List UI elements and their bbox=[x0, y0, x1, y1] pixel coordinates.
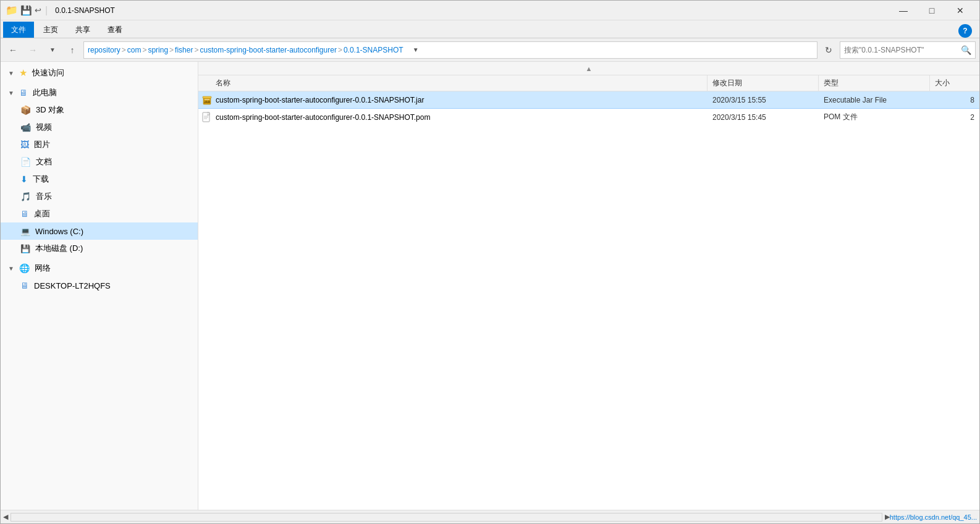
c-drive-icon: 💻 bbox=[20, 227, 30, 236]
expand-arrow-quick-access: ▼ bbox=[8, 70, 14, 77]
col-header-type[interactable]: 类型 bbox=[819, 75, 930, 91]
column-header: 名称 修改日期 类型 大小 bbox=[198, 75, 979, 91]
pom-file-name: custom-spring-boot-starter-autoconfigure… bbox=[216, 113, 708, 122]
video-icon: 📹 bbox=[20, 122, 31, 132]
scroll-left-btn[interactable]: ◀ bbox=[3, 513, 8, 521]
search-input[interactable] bbox=[844, 46, 961, 54]
table-row[interactable]: custom-spring-boot-starter-autoconfigure… bbox=[198, 109, 979, 126]
jar-file-date: 2020/3/15 15:55 bbox=[708, 96, 819, 104]
sidebar-3d-label: 3D 对象 bbox=[36, 104, 64, 116]
expand-arrow-this-pc: ▼ bbox=[8, 90, 14, 96]
sidebar-item-music[interactable]: 🎵 音乐 bbox=[1, 188, 198, 205]
refresh-button[interactable]: ↻ bbox=[820, 41, 837, 59]
sidebar-desktop-lt2hqfs-label: DESKTOP-LT2HQFS bbox=[34, 281, 111, 290]
pom-file-date: 2020/3/15 15:45 bbox=[708, 113, 819, 122]
folder-icon: 📁 bbox=[6, 4, 18, 16]
music-icon: 🎵 bbox=[20, 192, 31, 201]
horizontal-scrollbar[interactable] bbox=[11, 513, 882, 522]
help-button[interactable]: ? bbox=[958, 24, 972, 38]
breadcrumb-item-com[interactable]: com bbox=[127, 46, 142, 54]
breadcrumb-item-autoconfigurer[interactable]: custom-spring-boot-starter-autoconfigure… bbox=[200, 46, 336, 54]
breadcrumb-item-spring[interactable]: spring bbox=[148, 46, 168, 54]
breadcrumb-item-fisher[interactable]: fisher bbox=[175, 46, 193, 54]
col-date-label: 修改日期 bbox=[712, 78, 742, 88]
this-pc-label: 此电脑 bbox=[33, 87, 57, 98]
pictures-icon: 🖼 bbox=[20, 140, 29, 150]
sidebar-item-downloads[interactable]: ⬇ 下载 bbox=[1, 171, 198, 188]
sidebar: ▼ ★ 快速访问 ▼ 🖥 此电脑 📦 3D 对象 📹 bbox=[1, 62, 198, 510]
main-content: ▼ ★ 快速访问 ▼ 🖥 此电脑 📦 3D 对象 📹 bbox=[1, 62, 979, 510]
recent-locations-button[interactable]: ▼ bbox=[44, 41, 61, 59]
tab-view[interactable]: 查看 bbox=[99, 22, 130, 38]
sidebar-d-drive-label: 本地磁盘 (D:) bbox=[35, 243, 83, 254]
search-icon[interactable]: 🔍 bbox=[961, 45, 971, 55]
minimize-button[interactable]: — bbox=[889, 1, 918, 20]
jar-file-name: custom-spring-boot-starter-autoconfigure… bbox=[216, 96, 708, 104]
sidebar-section-network: ▼ 🌐 网络 🖥 DESKTOP-LT2HQFS bbox=[1, 260, 198, 294]
save-icon: 💾 bbox=[20, 5, 32, 16]
sidebar-item-d-drive[interactable]: 💾 本地磁盘 (D:) bbox=[1, 240, 198, 257]
sidebar-item-docs[interactable]: 📄 文档 bbox=[1, 153, 198, 171]
sidebar-item-quick-access[interactable]: ▼ ★ 快速访问 bbox=[1, 64, 198, 82]
sidebar-item-c-drive[interactable]: 💻 Windows (C:) bbox=[1, 222, 198, 240]
breadcrumb-item-repository[interactable]: repository bbox=[88, 46, 120, 54]
col-header-date[interactable]: 修改日期 bbox=[708, 75, 819, 91]
sidebar-item-desktop-lt2hqfs[interactable]: 🖥 DESKTOP-LT2HQFS bbox=[1, 277, 198, 294]
desktop-icon: 🖥 bbox=[20, 209, 29, 219]
undo-icon: ↩ bbox=[35, 6, 41, 15]
col-header-size[interactable]: 大小 bbox=[930, 75, 979, 91]
jar-file-size: 8 bbox=[930, 96, 979, 104]
window-controls: — □ ✕ bbox=[889, 1, 974, 20]
up-button[interactable]: ↑ bbox=[64, 41, 81, 59]
svg-rect-1 bbox=[203, 96, 211, 98]
close-button[interactable]: ✕ bbox=[946, 1, 974, 20]
col-type-label: 类型 bbox=[824, 78, 838, 88]
sidebar-item-desktop[interactable]: 🖥 桌面 bbox=[1, 205, 198, 222]
network-icon: 🌐 bbox=[19, 263, 30, 273]
status-url: https://blog.csdn.net/qq_45... bbox=[890, 513, 977, 521]
3d-icon: 📦 bbox=[20, 105, 31, 115]
sidebar-section-this-pc: ▼ 🖥 此电脑 📦 3D 对象 📹 视频 🖼 图片 bbox=[1, 84, 198, 257]
breadcrumb-dropdown[interactable]: ▼ bbox=[407, 41, 425, 59]
pom-file-size: 2 bbox=[930, 113, 979, 122]
back-button[interactable]: ← bbox=[4, 41, 22, 59]
sidebar-item-this-pc[interactable]: ▼ 🖥 此电脑 bbox=[1, 84, 198, 101]
table-row[interactable]: JAR custom-spring-boot-starter-autoconfi… bbox=[198, 91, 979, 109]
svg-text:JAR: JAR bbox=[204, 100, 210, 104]
tab-file[interactable]: 文件 bbox=[3, 22, 34, 38]
network-label: 网络 bbox=[35, 263, 51, 274]
forward-button[interactable]: → bbox=[24, 41, 41, 59]
jar-file-type: Executable Jar File bbox=[819, 96, 930, 104]
pom-file-type: POM 文件 bbox=[819, 112, 930, 122]
sidebar-pictures-label: 图片 bbox=[34, 139, 50, 150]
pom-icon-svg bbox=[202, 112, 212, 123]
sidebar-item-pictures[interactable]: 🖼 图片 bbox=[1, 136, 198, 153]
col-header-name[interactable]: 名称 bbox=[198, 75, 708, 91]
address-bar: ← → ▼ ↑ repository > com > spring > fish… bbox=[1, 38, 979, 62]
sidebar-desktop-label: 桌面 bbox=[34, 208, 50, 219]
tab-share[interactable]: 共享 bbox=[67, 22, 98, 38]
explorer-window: 📁 💾 ↩ | 0.0.1-SNAPSHOT — □ ✕ 文件 主页 共享 查看… bbox=[0, 0, 980, 524]
breadcrumb-item-snapshot[interactable]: 0.0.1-SNAPSHOT bbox=[344, 46, 403, 54]
sidebar-item-video[interactable]: 📹 视频 bbox=[1, 119, 198, 136]
sidebar-item-3d[interactable]: 📦 3D 对象 bbox=[1, 101, 198, 119]
tab-home[interactable]: 主页 bbox=[35, 22, 66, 38]
sidebar-docs-label: 文档 bbox=[36, 156, 52, 167]
window-title: 0.0.1-SNAPSHOT bbox=[55, 6, 889, 15]
search-box: 🔍 bbox=[840, 41, 976, 59]
quick-access-toolbar: 📁 💾 ↩ | bbox=[6, 4, 48, 16]
ribbon-right: ? bbox=[958, 24, 977, 38]
scroll-right-btn[interactable]: ▶ bbox=[885, 513, 890, 521]
breadcrumb: repository > com > spring > fisher > cus… bbox=[83, 41, 817, 59]
jar-file-icon: JAR bbox=[198, 95, 216, 106]
sidebar-item-network[interactable]: ▼ 🌐 网络 bbox=[1, 260, 198, 277]
ribbon: 文件 主页 共享 查看 ? bbox=[1, 20, 979, 38]
computer-icon: 🖥 bbox=[19, 88, 28, 98]
col-name-label: 名称 bbox=[216, 78, 230, 88]
monitor-icon: 🖥 bbox=[20, 281, 29, 290]
docs-icon: 📄 bbox=[20, 157, 31, 167]
maximize-button[interactable]: □ bbox=[918, 1, 946, 20]
sort-up-arrow[interactable]: ▲ bbox=[586, 65, 593, 72]
expand-arrow-network: ▼ bbox=[8, 265, 14, 272]
star-icon: ★ bbox=[19, 67, 27, 78]
